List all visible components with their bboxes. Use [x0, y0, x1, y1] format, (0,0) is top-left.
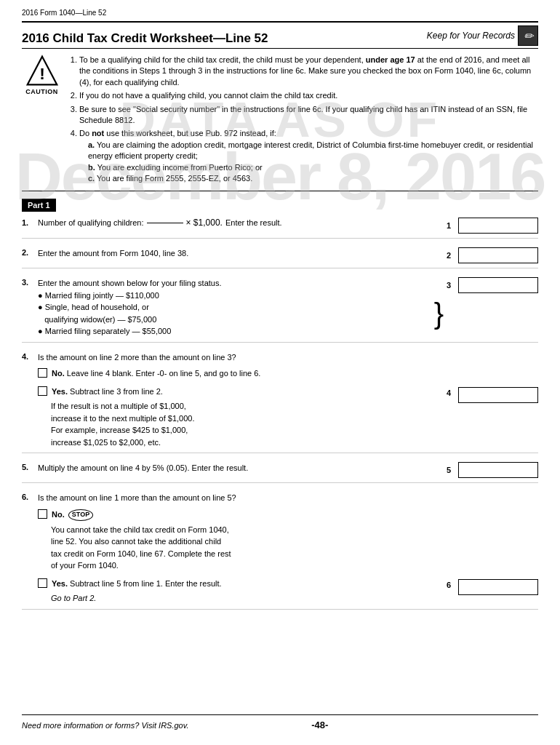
line-4-box-area: 4 — [444, 386, 538, 449]
filing-status-options: ● Married filing jointly — $110,000 ● Si… — [38, 290, 431, 338]
line-5-row: 5. Multiply the amount on line 4 by 5% (… — [22, 462, 538, 483]
line-4-question: Is the amount on line 2 more than the am… — [38, 351, 538, 364]
line-2-box-label: 2 — [444, 251, 454, 260]
line-1-underscore — [147, 223, 183, 223]
line-6-no-text: No. STOP — [52, 509, 93, 521]
line-2-content: Enter the amount from Form 1040, line 38… — [38, 247, 444, 260]
page: 2016 Form 1040—Line 52 2016 Child Tax Cr… — [0, 0, 560, 745]
line-3-number: 3. — [22, 277, 38, 287]
line-4-yes-text: Yes. Subtract line 3 from line 2. — [52, 386, 163, 398]
footer-irs-text: Need more information or forms? Visit IR… — [22, 721, 188, 730]
filing-status-bracket: ● Married filing jointly — $110,000 ● Si… — [38, 290, 444, 338]
svg-text:!: ! — [39, 64, 45, 83]
keep-records-text: Keep for Your Records — [427, 31, 515, 41]
line-6-no-detail: You cannot take the child tax credit on … — [51, 524, 538, 572]
line-6-yes-row: Yes. Subtract line 5 from line 1. Enter … — [38, 578, 436, 590]
caution-item-2: If you do not have a qualifying child, y… — [79, 90, 538, 101]
line-4-no-text: No. Leave line 4 blank. Enter -0- on lin… — [52, 367, 260, 380]
line-1-content: Number of qualifying children: × $1,000.… — [38, 218, 444, 228]
line-6-box-area: 6 — [444, 578, 538, 605]
caution-item-1: To be a qualifying child for the child t… — [79, 55, 538, 88]
line-3-row: 3. Enter the amount shown below for your… — [22, 277, 538, 343]
part1-label: Part 1 — [22, 199, 56, 212]
bracket-char: } — [434, 299, 444, 328]
line-6-content: Is the amount on line 1 more than the am… — [38, 492, 538, 604]
line-1-row: 1. Number of qualifying children: × $1,0… — [22, 218, 538, 239]
line-1-box-label: 1 — [444, 221, 454, 230]
line-6-yes-text: Yes. Subtract line 5 from line 1. Enter … — [52, 578, 222, 590]
line-6-no-checkbox[interactable] — [38, 509, 47, 519]
line-4-no-row: No. Leave line 4 blank. Enter -0- on lin… — [38, 367, 538, 380]
caution-item-3: Be sure to see "Social security number" … — [79, 104, 538, 127]
line-4-input[interactable] — [458, 387, 538, 403]
line-1-label: Number of qualifying children: — [38, 218, 144, 227]
line-6-number: 6. — [22, 492, 38, 501]
line-1-input[interactable] — [458, 218, 538, 234]
line-4-yes-detail: If the result is not a multiple of $1,00… — [51, 400, 436, 448]
top-reference: 2016 Form 1040—Line 52 — [22, 9, 538, 17]
caution-icon-wrap: ! CAUTION — [22, 55, 62, 186]
line-6-no-row: No. STOP — [38, 509, 538, 521]
line-6-question: Is the amount on line 1 more than the am… — [38, 492, 538, 504]
line-6-yes-checkbox[interactable] — [38, 578, 47, 588]
line-1-box-area: 1 — [444, 218, 538, 234]
caution-section: ! CAUTION To be a qualifying child for t… — [22, 55, 538, 191]
line-4-yes-row: Yes. Subtract line 3 from line 2. — [38, 386, 436, 398]
line-4-number: 4. — [22, 351, 38, 361]
caution-item-4b: b. You are excluding income from Puerto … — [88, 162, 538, 173]
line-6-go-to-part2: Go to Part 2. — [51, 592, 436, 605]
filing-married-separate: ● Married filing separately — $55,000 — [38, 325, 431, 338]
line-4-box-label: 4 — [444, 387, 454, 399]
page-header: 2016 Child Tax Credit Worksheet—Line 52 … — [22, 21, 538, 49]
line-5-input[interactable] — [458, 462, 538, 478]
line-6-box-label: 6 — [444, 579, 454, 591]
line-5-content: Multiply the amount on line 4 by 5% (0.0… — [38, 462, 444, 474]
line-6-input[interactable] — [458, 579, 538, 595]
page-footer: Need more information or forms? Visit IR… — [22, 714, 538, 730]
line-5-box-label: 5 — [444, 466, 454, 474]
part1-section: Part 1 1. Number of qualifying children:… — [22, 199, 538, 609]
line-5-box-area: 5 — [444, 462, 538, 478]
line-4-yes-checkbox[interactable] — [38, 386, 47, 396]
filing-single: ● Single, head of household, or qualifyi… — [38, 301, 431, 325]
line-1-number: 1. — [22, 218, 38, 227]
line-3-box-area: 3 — [444, 277, 538, 293]
pen-icon: ✏ — [518, 25, 538, 46]
caution-item-4a: a. You are claiming the adoption credit,… — [88, 140, 538, 162]
line-2-row: 2. Enter the amount from Form 1040, line… — [22, 247, 538, 268]
line-3-label: Enter the amount shown below for your fi… — [38, 277, 444, 290]
footer-page-num: -48- — [311, 720, 328, 730]
caution-triangle-icon: ! — [26, 55, 58, 87]
line-1-times: × $1,000. — [186, 218, 223, 228]
line-4-row: 4. Is the amount on line 2 more than the… — [22, 351, 538, 454]
line-4-no-checkbox[interactable] — [38, 368, 47, 378]
caution-item-4: Do not use this worksheet, but use Pub. … — [79, 128, 538, 184]
filing-married-jointly: ● Married filing jointly — $110,000 — [38, 290, 431, 302]
line-5-number: 5. — [22, 462, 38, 471]
caution-label: CAUTION — [25, 88, 58, 95]
line-2-number: 2. — [22, 247, 38, 257]
keep-records: Keep for Your Records ✏ — [427, 25, 538, 46]
worksheet-title: 2016 Child Tax Credit Worksheet—Line 52 — [22, 31, 268, 46]
stop-badge: STOP — [68, 509, 93, 521]
line-4-content: Is the amount on line 2 more than the am… — [38, 351, 538, 449]
line-2-input[interactable] — [458, 247, 538, 263]
line-2-box-area: 2 — [444, 247, 538, 263]
line-1-note: Enter the result. — [225, 218, 282, 227]
line-3-box-label: 3 — [444, 281, 454, 290]
line-3-content: Enter the amount shown below for your fi… — [38, 277, 444, 338]
line-6-row: 6. Is the amount on line 1 more than the… — [22, 492, 538, 609]
caution-item-4c: c. You are filing Form 2555, 2555-EZ, or… — [88, 173, 538, 184]
line-3-input[interactable] — [458, 277, 538, 293]
caution-text-block: To be a qualifying child for the child t… — [69, 55, 538, 186]
